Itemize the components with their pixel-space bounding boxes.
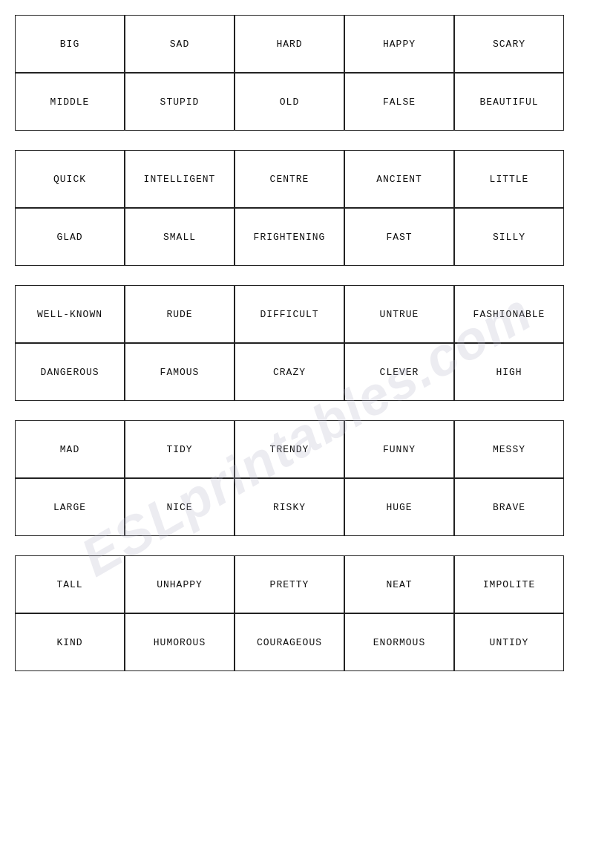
row-2-1: DANGEROUSFAMOUSCRAZYCLEVERHIGH [15,343,598,401]
cell-0-1-4: BEAUTIFUL [454,73,564,131]
cell-4-1-3: ENORMOUS [344,613,454,671]
cell-1-1-4: SILLY [454,208,564,266]
row-4-0: TALLUNHAPPYPRETTYNEATIMPOLITE [15,555,598,613]
cell-3-0-3: FUNNY [344,420,454,478]
cell-0-1-1: STUPID [125,73,235,131]
cell-1-1-0: GLAD [15,208,125,266]
row-3-0: MADTIDYTRENDYFUNNYMESSY [15,420,598,478]
cell-4-1-2: COURAGEOUS [235,613,344,671]
cell-4-0-3: NEAT [344,555,454,613]
cell-4-1-0: KIND [15,613,125,671]
cell-3-0-4: MESSY [454,420,564,478]
cell-4-0-4: IMPOLITE [454,555,564,613]
cell-2-1-1: FAMOUS [125,343,235,401]
cell-0-0-0: BIG [15,15,125,73]
section-1: QUICKINTELLIGENTCENTREANCIENTLITTLEGLADS… [15,150,598,266]
cell-4-0-2: PRETTY [235,555,344,613]
row-2-0: WELL-KNOWNRUDEDIFFICULTUNTRUEFASHIONABLE [15,285,598,343]
cell-0-0-1: SAD [125,15,235,73]
cell-2-0-0: WELL-KNOWN [15,285,125,343]
cell-2-0-4: FASHIONABLE [454,285,564,343]
cell-0-0-4: SCARY [454,15,564,73]
cell-0-0-2: HARD [235,15,344,73]
cell-3-0-0: MAD [15,420,125,478]
section-2: WELL-KNOWNRUDEDIFFICULTUNTRUEFASHIONABLE… [15,285,598,401]
cell-1-0-0: QUICK [15,150,125,208]
cell-0-1-2: OLD [235,73,344,131]
section-3: MADTIDYTRENDYFUNNYMESSYLARGENICERISKYHUG… [15,420,598,536]
row-1-1: GLADSMALLFRIGHTENINGFASTSILLY [15,208,598,266]
section-0: BIGSADHARDHAPPYSCARYMIDDLESTUPIDOLDFALSE… [15,15,598,131]
row-1-0: QUICKINTELLIGENTCENTREANCIENTLITTLE [15,150,598,208]
cell-3-1-1: NICE [125,478,235,536]
cell-2-0-1: RUDE [125,285,235,343]
section-4: TALLUNHAPPYPRETTYNEATIMPOLITEKINDHUMOROU… [15,555,598,671]
section-gap-0 [15,140,598,150]
cell-1-0-2: CENTRE [235,150,344,208]
cell-1-0-1: INTELLIGENT [125,150,235,208]
section-gap-3 [15,545,598,555]
section-gap-2 [15,410,598,420]
cell-1-0-4: LITTLE [454,150,564,208]
cell-3-0-1: TIDY [125,420,235,478]
cell-3-1-4: BRAVE [454,478,564,536]
cell-2-1-2: CRAZY [235,343,344,401]
cell-3-1-3: HUGE [344,478,454,536]
cell-2-1-4: HIGH [454,343,564,401]
cell-0-0-3: HAPPY [344,15,454,73]
cell-3-1-0: LARGE [15,478,125,536]
cell-4-0-1: UNHAPPY [125,555,235,613]
cell-0-1-0: MIDDLE [15,73,125,131]
cell-1-1-2: FRIGHTENING [235,208,344,266]
cell-2-1-3: CLEVER [344,343,454,401]
section-gap-1 [15,275,598,285]
row-3-1: LARGENICERISKYHUGEBRAVE [15,478,598,536]
cell-4-1-1: HUMOROUS [125,613,235,671]
cell-3-0-2: TRENDY [235,420,344,478]
cell-2-1-0: DANGEROUS [15,343,125,401]
row-0-1: MIDDLESTUPIDOLDFALSEBEAUTIFUL [15,73,598,131]
grid-container: BIGSADHARDHAPPYSCARYMIDDLESTUPIDOLDFALSE… [15,15,598,671]
cell-1-0-3: ANCIENT [344,150,454,208]
cell-2-0-2: DIFFICULT [235,285,344,343]
cell-4-1-4: UNTIDY [454,613,564,671]
cell-1-1-1: SMALL [125,208,235,266]
cell-0-1-3: FALSE [344,73,454,131]
row-4-1: KINDHUMOROUSCOURAGEOUSENORMOUSUNTIDY [15,613,598,671]
cell-1-1-3: FAST [344,208,454,266]
row-0-0: BIGSADHARDHAPPYSCARY [15,15,598,73]
cell-4-0-0: TALL [15,555,125,613]
cell-2-0-3: UNTRUE [344,285,454,343]
cell-3-1-2: RISKY [235,478,344,536]
